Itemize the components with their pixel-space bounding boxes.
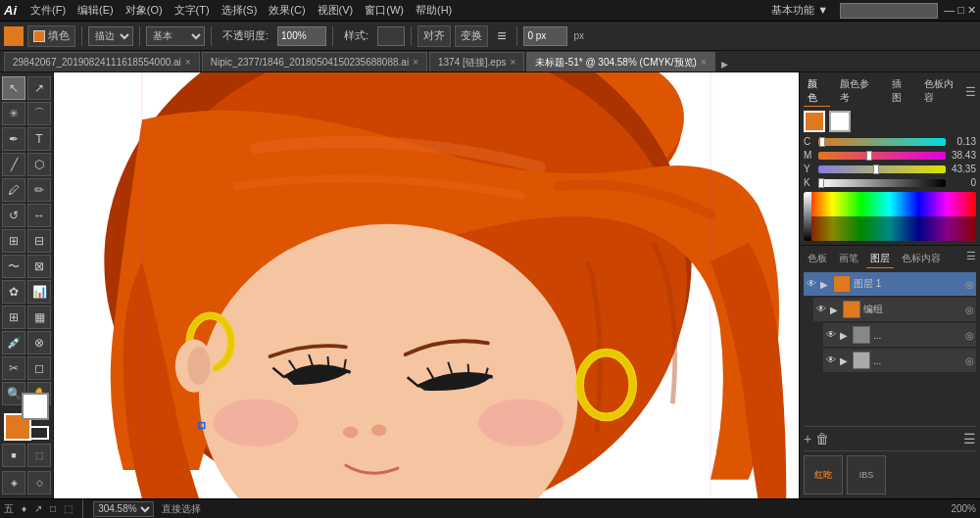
- menu-view[interactable]: 视图(V): [312, 3, 360, 18]
- type-tool[interactable]: T: [27, 127, 51, 151]
- brush-tool[interactable]: 🖊: [2, 178, 25, 202]
- rotate-tool[interactable]: ↺: [2, 204, 25, 227]
- free-transform-tool[interactable]: ⊠: [27, 255, 51, 278]
- stroke-style-select[interactable]: 描边: [88, 26, 133, 46]
- gradient-tool[interactable]: ▦: [27, 306, 51, 329]
- layer-row-3[interactable]: 👁 ▶ ... ◎: [823, 349, 976, 372]
- layer-1-visibility[interactable]: 👁: [815, 304, 827, 315]
- menu-object[interactable]: 对象(O): [120, 3, 169, 18]
- reflect-tool[interactable]: ↔: [27, 204, 51, 227]
- active-color-swatch[interactable]: [804, 111, 825, 132]
- layers-menu-icon[interactable]: ☰: [966, 250, 976, 268]
- canvas-area[interactable]: [54, 72, 799, 498]
- extra-btn-2[interactable]: ◇: [27, 471, 51, 494]
- color-spectrum[interactable]: [804, 192, 976, 241]
- tab-close-3[interactable]: ×: [701, 57, 707, 68]
- status-tool-2[interactable]: ♦: [22, 503, 26, 514]
- cmyk-m-slider[interactable]: [818, 152, 946, 160]
- scale-tool[interactable]: ⊞: [2, 229, 25, 253]
- status-tool-5[interactable]: ⬚: [64, 503, 73, 514]
- layer-2-visibility[interactable]: 👁: [825, 329, 837, 341]
- layer-delete-button[interactable]: 🗑: [815, 431, 829, 447]
- search-input[interactable]: [840, 3, 938, 19]
- extra-btn-1[interactable]: ◈: [2, 471, 25, 494]
- layer-3-options[interactable]: ◎: [965, 355, 974, 366]
- menu-text[interactable]: 文字(T): [169, 3, 216, 18]
- layer-0-expand[interactable]: ▶: [820, 279, 828, 290]
- cmyk-c-slider[interactable]: [818, 138, 946, 146]
- layer-row-1[interactable]: 👁 ▶ 编组 ◎: [813, 298, 976, 321]
- status-tool-3[interactable]: ↗: [34, 503, 42, 514]
- fill-toggle[interactable]: 填色: [27, 25, 75, 47]
- layers-tab-brush[interactable]: 画笔: [835, 250, 862, 268]
- symbol-tool[interactable]: ✿: [2, 280, 25, 304]
- menu-edit[interactable]: 编辑(E): [72, 3, 120, 18]
- color-tab-guide[interactable]: 插图: [888, 76, 914, 107]
- status-tool-4[interactable]: □: [50, 503, 56, 514]
- tab-0[interactable]: 29842067_20190824111618554000.ai ×: [4, 52, 200, 71]
- tab-menu-icon[interactable]: ▸: [721, 56, 728, 71]
- transform-button[interactable]: 变换: [455, 25, 488, 47]
- panel-menu-icon[interactable]: ☰: [965, 85, 976, 99]
- background-color[interactable]: [22, 393, 49, 420]
- layer-1-expand[interactable]: ▶: [830, 305, 838, 315]
- secondary-color-swatch[interactable]: [829, 111, 851, 132]
- workspace-selector[interactable]: 基本功能 ▼: [765, 3, 834, 18]
- blend-tool[interactable]: ⊗: [27, 331, 51, 354]
- select-tool[interactable]: ↖: [2, 76, 25, 100]
- layer-3-visibility[interactable]: 👁: [825, 354, 837, 366]
- menu-help[interactable]: 帮助(H): [410, 3, 458, 18]
- layer-3-expand[interactable]: ▶: [840, 355, 848, 366]
- menu-window[interactable]: 窗口(W): [359, 3, 410, 18]
- layer-row-2[interactable]: 👁 ▶ ... ◎: [823, 323, 976, 347]
- lasso-tool[interactable]: ⌒: [27, 102, 51, 125]
- scissors-tool[interactable]: ✂: [2, 356, 25, 380]
- align-button[interactable]: 对齐: [417, 25, 451, 47]
- stroke-width-input[interactable]: [523, 26, 567, 46]
- color-picker-area[interactable]: [4, 413, 49, 420]
- basic-mode-select[interactable]: 基本: [146, 26, 205, 46]
- style-swatch[interactable]: [377, 26, 405, 46]
- opacity-input[interactable]: [277, 26, 326, 46]
- screen-mode-button[interactable]: ■: [2, 444, 25, 467]
- layer-1-options[interactable]: ◎: [965, 305, 974, 315]
- column-graph-tool[interactable]: 📊: [27, 280, 51, 304]
- shape-tool[interactable]: ⬡: [27, 153, 51, 176]
- mesh-tool[interactable]: ⊞: [2, 306, 25, 329]
- layer-row-0[interactable]: 👁 ▶ 图层 1 ◎: [804, 272, 976, 296]
- warp-tool[interactable]: 〜: [2, 255, 25, 278]
- tab-1[interactable]: Nipic_2377/1846_20180504150235688088.ai …: [202, 52, 427, 71]
- layer-0-options[interactable]: ◎: [965, 279, 974, 290]
- layer-menu-button[interactable]: ☰: [963, 431, 976, 447]
- layers-tab-swatch[interactable]: 色板: [804, 250, 831, 268]
- cmyk-y-slider[interactable]: [818, 165, 946, 173]
- tab-3[interactable]: 未标题-51* @ 304.58% (CMYK/预览) ×: [526, 52, 714, 71]
- shear-tool[interactable]: ⊟: [27, 229, 51, 253]
- direct-select-tool[interactable]: ↗: [27, 76, 51, 100]
- pen-tool[interactable]: ✒: [2, 127, 25, 151]
- color-tab-swatches[interactable]: 色板内容: [920, 76, 965, 107]
- tab-2[interactable]: 1374 [链接].eps ×: [429, 52, 524, 71]
- cmyk-k-slider[interactable]: [818, 179, 946, 187]
- menu-select[interactable]: 选择(S): [216, 3, 264, 18]
- layer-0-visibility[interactable]: 👁: [806, 278, 817, 290]
- layer-new-button[interactable]: +: [804, 431, 811, 447]
- menu-file[interactable]: 文件(F): [24, 3, 72, 18]
- color-tab-color[interactable]: 颜色: [804, 76, 830, 107]
- tab-close-2[interactable]: ×: [510, 57, 515, 68]
- status-zoom-select[interactable]: 304.58% 100% 200% 50%: [93, 501, 154, 517]
- menu-effect[interactable]: 效果(C): [263, 3, 311, 18]
- stroke-color-swatch[interactable]: [4, 26, 24, 46]
- eraser-tool[interactable]: ◻: [27, 356, 51, 380]
- layers-tab-content[interactable]: 色标内容: [898, 250, 945, 268]
- eyedropper-tool[interactable]: 💉: [2, 331, 25, 354]
- layer-2-expand[interactable]: ▶: [840, 330, 848, 341]
- line-tool[interactable]: ╱: [2, 153, 25, 176]
- art-board-tool[interactable]: ⬚: [27, 444, 51, 467]
- arrange-icon[interactable]: ≡: [492, 25, 511, 47]
- color-tab-ref[interactable]: 颜色参考: [836, 76, 881, 107]
- magic-wand-tool[interactable]: ✳: [2, 102, 25, 125]
- tab-close-1[interactable]: ×: [413, 57, 418, 68]
- pencil-tool[interactable]: ✏: [27, 178, 51, 202]
- layer-2-options[interactable]: ◎: [965, 330, 974, 341]
